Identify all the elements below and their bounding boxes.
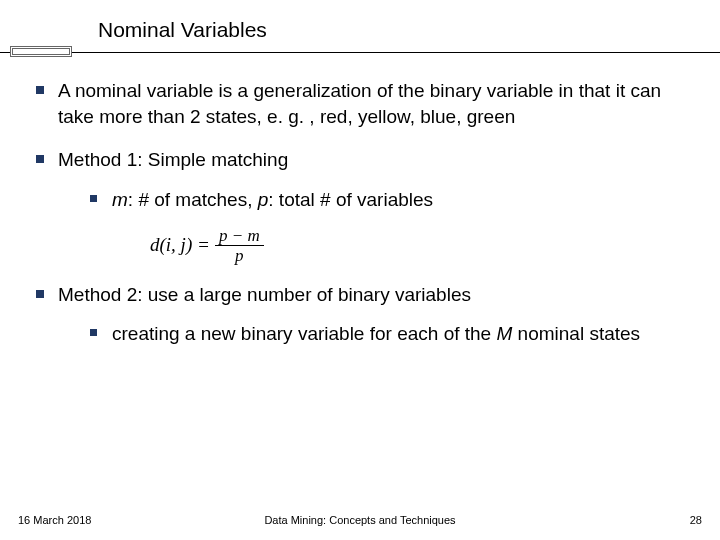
footer-title: Data Mining: Concepts and Techniques <box>0 514 720 526</box>
sub-bullet-m-p: m: # of matches, p: total # of variables… <box>84 187 690 264</box>
var-p: p <box>258 189 269 210</box>
bullet-method1: Method 1: Simple matching m: # of matche… <box>30 147 690 263</box>
title-rule-decoration <box>0 46 720 58</box>
formula: d(i, j) = p − m p <box>150 227 690 264</box>
slide-body: A nominal variable is a generalization o… <box>30 78 690 365</box>
body-text: Method 1: Simple matching <box>58 149 288 170</box>
body-text: A nominal variable is a generalization o… <box>58 80 661 127</box>
body-text: : # of matches, <box>128 189 258 210</box>
var-M: M <box>496 323 512 344</box>
slide-number: 28 <box>690 514 702 526</box>
slide-title: Nominal Variables <box>98 18 267 42</box>
var-m: m <box>112 189 128 210</box>
body-text: : total # of variables <box>268 189 433 210</box>
body-text: creating a new binary variable for each … <box>112 323 496 344</box>
body-text: nominal states <box>518 323 641 344</box>
slide: Nominal Variables A nominal variable is … <box>0 0 720 540</box>
sub-bullet-binary-vars: creating a new binary variable for each … <box>84 321 690 347</box>
body-text: Method 2: use a large number of binary v… <box>58 284 471 305</box>
bullet-method2: Method 2: use a large number of binary v… <box>30 282 690 347</box>
bullet-definition: A nominal variable is a generalization o… <box>30 78 690 129</box>
